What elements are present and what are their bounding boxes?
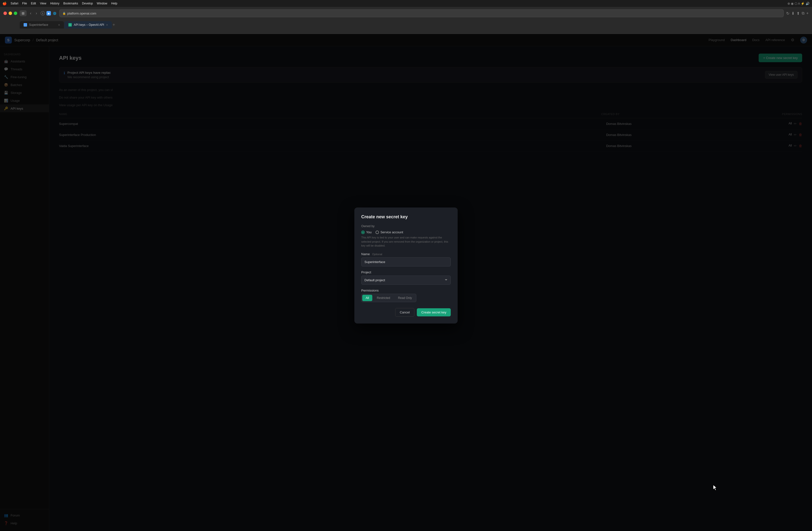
radio-you-dot [361, 231, 365, 234]
radio-service-label: Service account [380, 230, 403, 234]
world-icon: 🌐 [53, 11, 57, 15]
new-tab-btn[interactable]: + [112, 23, 115, 28]
tab-superinterface[interactable]: S Superinterface ✕ [20, 21, 64, 29]
menu-file[interactable]: File [22, 2, 27, 5]
maximize-window-button[interactable] [14, 12, 17, 15]
menubar-right: ⊕ ◉ ⬡ A ⚡ 🔊 [787, 2, 810, 5]
lock-icon: 🔒 [62, 12, 66, 15]
menu-bookmarks[interactable]: Bookmarks [63, 2, 78, 5]
menu-edit[interactable]: Edit [31, 2, 36, 5]
traffic-lights [3, 12, 17, 15]
extension-icon: ◆ [46, 11, 51, 15]
permissions-toggle: All Restricted Read Only [361, 294, 416, 302]
name-input[interactable] [361, 257, 451, 266]
create-secret-key-button[interactable]: Create secret key [417, 308, 451, 316]
menu-history[interactable]: History [50, 2, 59, 5]
tab-label-api-keys: API keys – OpenAI API [74, 23, 104, 27]
perm-read-only-button[interactable]: Read Only [394, 295, 415, 301]
permissions-field-label: Permissions [361, 289, 451, 292]
perm-restricted-button[interactable]: Restricted [373, 295, 393, 301]
browser-chrome: ⊞ ‹ › ℹ ◆ 🌐 🔒 platform.openai.com ↻ ⬇ ⬆ … [0, 7, 812, 34]
browser-tabs: S Superinterface ✕ ⬡ API keys – OpenAI A… [0, 20, 812, 29]
tab-api-keys[interactable]: ⬡ API keys – OpenAI API ✕ [64, 21, 112, 29]
minimize-window-button[interactable] [9, 12, 12, 15]
tab-close-superinterface[interactable]: ✕ [58, 24, 60, 26]
menu-help[interactable]: Help [111, 2, 117, 5]
new-tab-button[interactable]: + [806, 11, 809, 15]
menubar-icons: ⊕ ◉ ⬡ A ⚡ 🔊 [787, 2, 810, 5]
radio-service-account[interactable]: Service account [376, 230, 403, 234]
menu-safari[interactable]: Safari [11, 2, 18, 5]
forward-button[interactable]: › [35, 10, 38, 16]
browser-actions: ↻ ⬇ ⬆ ⧉ + [786, 11, 809, 16]
modal-overlay[interactable]: Create new secret key Owned by You Servi… [0, 0, 812, 531]
browser-toolbar: ⊞ ‹ › ℹ ◆ 🌐 🔒 platform.openai.com ↻ ⬇ ⬆ … [0, 7, 812, 20]
sidebar-toggle-button[interactable]: ⊞ [20, 10, 27, 16]
tab-favicon-api-keys: ⬡ [68, 23, 72, 27]
tab-close-api-keys[interactable]: ✕ [106, 24, 108, 26]
modal-footer: Cancel Create secret key [361, 308, 451, 316]
tabs-button[interactable]: ⧉ [802, 11, 804, 15]
tab-label-superinterface: Superinterface [29, 23, 48, 27]
create-secret-key-modal: Create new secret key Owned by You Servi… [354, 207, 458, 324]
owned-by-description: This API key is tied to your user and ca… [361, 236, 451, 248]
back-button[interactable]: ‹ [29, 10, 32, 16]
info-icon: ℹ [41, 11, 45, 15]
name-optional-tag: Optional [372, 253, 382, 256]
tab-favicon-superinterface: S [24, 23, 27, 27]
owned-by-row: You Service account [361, 230, 451, 234]
project-field-label: Project [361, 270, 451, 274]
menu-window[interactable]: Window [97, 2, 107, 5]
name-field-label: Name Optional [361, 252, 451, 256]
radio-you[interactable]: You [361, 230, 372, 234]
share-button[interactable]: ⬆ [797, 11, 800, 16]
radio-service-dot [376, 231, 379, 234]
close-window-button[interactable] [3, 12, 7, 15]
reload-button[interactable]: ↻ [786, 11, 789, 16]
owned-by-label: Owned by [361, 224, 451, 228]
menu-view[interactable]: View [40, 2, 46, 5]
cancel-button[interactable]: Cancel [395, 308, 415, 316]
download-button[interactable]: ⬇ [791, 11, 795, 16]
mac-menubar: 🍎 Safari File Edit View History Bookmark… [0, 0, 812, 7]
modal-title: Create new secret key [361, 215, 451, 220]
url-text: platform.openai.com [67, 12, 97, 15]
apple-menu[interactable]: 🍎 [2, 1, 6, 5]
radio-you-label: You [366, 230, 372, 234]
menu-develop[interactable]: Develop [82, 2, 93, 5]
project-select[interactable]: Default project [361, 276, 451, 285]
address-bar[interactable]: 🔒 platform.openai.com [59, 9, 784, 17]
perm-all-button[interactable]: All [362, 295, 372, 301]
